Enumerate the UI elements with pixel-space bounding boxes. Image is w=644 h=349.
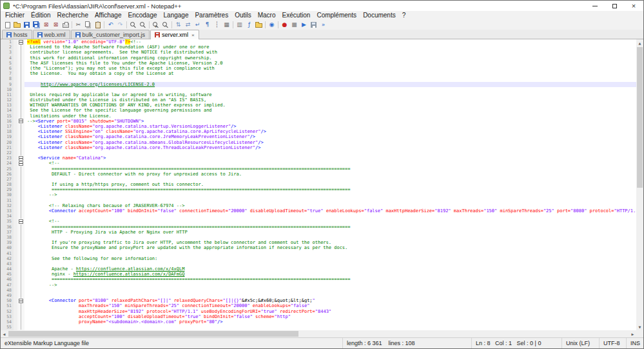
code-line[interactable]: 32 <!-- Relaxing chars because of JRASER… — [1, 203, 636, 208]
fold-margin[interactable] — [17, 119, 24, 124]
open-file-icon[interactable] — [12, 21, 22, 29]
save-macro-icon[interactable] — [309, 21, 318, 29]
code-line[interactable]: 31 — [1, 198, 636, 203]
menu-item-4[interactable]: Encodage — [124, 11, 160, 20]
code-line[interactable]: 7 the License. You may obtain a copy of … — [1, 71, 636, 76]
code-line[interactable]: 28 If using a http/https proxy, comment … — [1, 182, 636, 187]
minimize-button[interactable] — [585, 1, 605, 11]
menu-item-3[interactable]: Affichage — [92, 11, 125, 20]
scroll-up-icon[interactable]: ▲ — [636, 39, 643, 46]
code-line[interactable]: 43 — [1, 261, 636, 266]
code-line[interactable]: 9 http://www.apache.org/licenses/LICENSE… — [1, 82, 636, 87]
code-line[interactable]: 12 distributed under the License is dist… — [1, 97, 636, 103]
code-line[interactable]: 15 limitations under the License. — [1, 114, 636, 119]
fold-margin[interactable] — [17, 155, 24, 161]
fold-margin[interactable] — [17, 309, 24, 314]
sync-vertical-scrolling-icon[interactable]: ⇅ — [173, 21, 183, 29]
print-icon[interactable] — [61, 21, 70, 29]
fold-margin[interactable] — [17, 134, 24, 139]
close-all-files-icon[interactable]: ⊠ — [51, 21, 61, 29]
fold-margin[interactable] — [17, 45, 24, 50]
playback-macro-icon[interactable]: ▶ — [299, 21, 309, 29]
sync-horizontal-scrolling-icon[interactable]: ⇄ — [183, 21, 193, 29]
fold-margin[interactable] — [17, 177, 24, 182]
code-line[interactable]: 29 =====================================… — [1, 187, 636, 192]
save-file-icon[interactable] — [22, 21, 32, 29]
status-encoding[interactable]: UTF-8 — [600, 338, 627, 348]
fold-margin[interactable] — [17, 108, 24, 113]
code-line[interactable]: 23 <Service name="Catalina"> — [1, 155, 636, 161]
scroll-down-icon[interactable]: ▼ — [636, 323, 643, 330]
code-line[interactable]: 19 <Listener className="org.apache.catal… — [1, 134, 636, 139]
fold-margin[interactable] — [17, 319, 24, 324]
code-line[interactable]: 18 <Listener SSLEngine="on" className="o… — [1, 129, 636, 134]
code-line[interactable]: 17 <Listener className="org.apache.catal… — [1, 124, 636, 129]
maximize-button[interactable] — [605, 1, 624, 11]
fold-margin[interactable] — [17, 283, 24, 288]
code-line[interactable]: 21 <Listener className="org.apache.catal… — [1, 145, 636, 150]
menu-item-2[interactable]: Recherche — [54, 11, 92, 20]
cut-icon[interactable]: ✂ — [73, 21, 83, 29]
code-line[interactable]: 40 Ensure the proxyName and proxyPort ar… — [1, 245, 636, 250]
fold-margin[interactable] — [17, 208, 24, 214]
code-line[interactable]: 22 — [1, 150, 636, 155]
menu-item-0[interactable]: Fichier — [2, 11, 28, 20]
code-line[interactable]: 26 DEFAULT - Direct connector with no pr… — [1, 172, 636, 177]
fold-collapse-icon[interactable] — [19, 156, 23, 161]
code-line[interactable]: 3 contributor license agreements. See th… — [1, 50, 636, 55]
paste-icon[interactable] — [93, 21, 102, 29]
fold-collapse-icon[interactable] — [19, 299, 23, 303]
menu-item-11[interactable]: Documents — [360, 11, 399, 20]
code-line[interactable]: 8 — [1, 76, 636, 81]
status-eol-format[interactable]: Unix (LF) — [562, 338, 600, 348]
code-line[interactable]: 36 =====================================… — [1, 224, 636, 230]
fold-margin[interactable] — [17, 166, 24, 172]
fold-margin[interactable] — [17, 235, 24, 240]
zoom-out-icon[interactable] — [161, 21, 170, 29]
code-line[interactable]: 30 --> — [1, 192, 636, 197]
code-line[interactable]: 5 The ASF licenses this file to You unde… — [1, 61, 636, 66]
show-indent-guide-icon[interactable]: ┆ — [212, 21, 222, 29]
fold-margin[interactable] — [17, 161, 24, 166]
code-line[interactable]: 41 — [1, 251, 636, 256]
fold-margin[interactable] — [17, 277, 24, 282]
fold-margin[interactable] — [17, 203, 24, 208]
fold-margin[interactable] — [17, 324, 24, 330]
status-insert-mode[interactable]: INS — [627, 338, 643, 348]
menu-item-10[interactable]: Compléments — [313, 11, 360, 20]
code-line[interactable]: 52 maxHttpHeaderSize="8192" protocol="HT… — [1, 309, 636, 314]
fold-margin[interactable] — [17, 140, 24, 145]
fold-margin[interactable] — [17, 71, 24, 76]
code-line[interactable]: 20 <Listener className="org.apache.catal… — [1, 140, 636, 145]
code-line[interactable]: 24 <!-- — [1, 161, 636, 166]
horizontal-scroll-thumb[interactable] — [8, 331, 298, 337]
fold-margin[interactable] — [17, 224, 24, 230]
fold-margin[interactable] — [17, 66, 24, 71]
user-define-language-icon[interactable]: ▦ — [222, 21, 231, 29]
show-all-characters-icon[interactable]: ¶ — [202, 21, 212, 29]
save-all-icon[interactable] — [32, 21, 41, 29]
document-map-icon[interactable]: ▥ — [235, 21, 244, 29]
fold-margin[interactable] — [17, 288, 24, 293]
zoom-in-icon[interactable] — [151, 21, 161, 29]
tab-hosts[interactable]: hosts — [2, 30, 32, 39]
fold-margin[interactable] — [17, 251, 24, 256]
code-line[interactable]: 46 =====================================… — [1, 277, 636, 282]
fold-margin[interactable] — [17, 61, 24, 66]
menu-item-12[interactable]: ? — [399, 11, 409, 20]
fold-margin[interactable] — [17, 145, 24, 150]
fold-margin[interactable] — [17, 314, 24, 319]
code-line[interactable]: 37 HTTP - Proxying Jira via Apache or Ng… — [1, 230, 636, 235]
fold-margin[interactable] — [17, 76, 24, 81]
fold-margin[interactable] — [17, 97, 24, 103]
menu-item-9[interactable]: Exécution — [279, 11, 314, 20]
code-line[interactable]: 42 See the following for more informatio… — [1, 256, 636, 261]
code-line[interactable]: 47 --> — [1, 283, 636, 288]
fold-margin[interactable] — [17, 219, 24, 224]
code-line[interactable]: 54 proxyName="<subdomain>.<domain>.com" … — [1, 319, 636, 324]
code-line[interactable]: 27 — [1, 177, 636, 182]
function-list-icon[interactable]: ƒ — [244, 21, 254, 29]
code-line[interactable]: 10 — [1, 87, 636, 92]
new-file-icon[interactable] — [3, 21, 12, 29]
fold-margin[interactable] — [17, 272, 24, 277]
